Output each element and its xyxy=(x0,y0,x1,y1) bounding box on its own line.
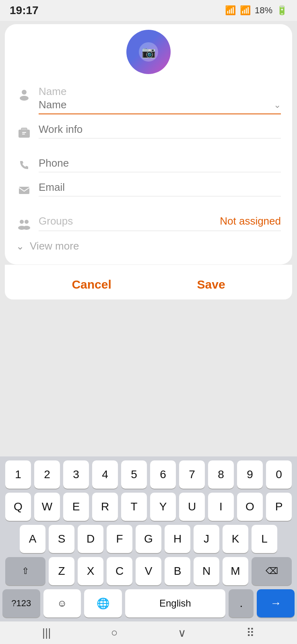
apps-nav-icon[interactable]: ⠿ xyxy=(246,626,255,640)
view-more-row[interactable]: ⌄ View more xyxy=(5,231,292,256)
key-i[interactable]: I xyxy=(208,493,234,521)
status-time: 19:17 xyxy=(10,4,39,17)
groups-row: Groups Not assigned xyxy=(16,208,281,231)
emoji-key[interactable]: ☺ xyxy=(43,589,81,617)
key-d[interactable]: D xyxy=(78,525,103,553)
key-p[interactable]: P xyxy=(266,493,292,521)
home-nav-icon[interactable]: ○ xyxy=(111,626,118,639)
svg-rect-4 xyxy=(22,132,26,133)
action-row: Cancel Save xyxy=(5,264,292,299)
email-icon xyxy=(16,181,32,196)
recent-nav-icon[interactable]: ∨ xyxy=(178,626,186,640)
svg-point-0 xyxy=(22,90,27,95)
name-input[interactable] xyxy=(39,99,274,111)
work-info-input[interactable] xyxy=(39,123,281,136)
key-7[interactable]: 7 xyxy=(179,460,205,489)
avatar-circle[interactable]: 📷 xyxy=(126,30,171,74)
work-info-field[interactable] xyxy=(39,123,281,138)
status-bar: 19:17 📶 📶 18% 🔋 xyxy=(0,0,297,21)
key-o[interactable]: O xyxy=(237,493,263,521)
key-u[interactable]: U xyxy=(179,493,205,521)
camera-icon: 📷 xyxy=(142,45,156,59)
cancel-button[interactable]: Cancel xyxy=(56,274,127,295)
status-icons: 📶 📶 18% 🔋 xyxy=(225,5,287,16)
key-n[interactable]: N xyxy=(194,557,219,585)
form-section: Name ⌄ xyxy=(5,78,292,231)
name-content: Name ⌄ xyxy=(39,85,281,116)
key-j[interactable]: J xyxy=(194,525,219,553)
work-content xyxy=(39,123,281,140)
key-m[interactable]: M xyxy=(223,557,248,585)
phone-input[interactable] xyxy=(39,157,281,169)
key-3[interactable]: 3 xyxy=(63,460,89,489)
key-c[interactable]: C xyxy=(107,557,132,585)
key-f[interactable]: F xyxy=(107,525,132,553)
email-content xyxy=(39,181,281,198)
key-a[interactable]: A xyxy=(20,525,45,553)
person-icon xyxy=(16,85,32,101)
keyboard: 1 2 3 4 5 6 7 8 9 0 Q W E R T Y U I O P … xyxy=(0,456,297,621)
key-w[interactable]: W xyxy=(34,493,60,521)
spacebar-key[interactable]: English xyxy=(125,589,225,617)
key-k[interactable]: K xyxy=(223,525,248,553)
signal-icon: 📶 xyxy=(240,5,251,16)
email-field[interactable] xyxy=(39,181,281,196)
backspace-key[interactable]: ⌫ xyxy=(252,557,292,585)
key-v[interactable]: V xyxy=(136,557,161,585)
keyboard-asdf-row: A S D F G H J K L xyxy=(2,525,295,553)
keyboard-qwerty-row: Q W E R T Y U I O P xyxy=(2,493,295,521)
view-more-chevron-icon: ⌄ xyxy=(16,241,24,252)
camera-button[interactable]: 📷 xyxy=(139,42,158,62)
svg-rect-5 xyxy=(22,134,25,134)
key-1[interactable]: 1 xyxy=(5,460,31,489)
groups-field[interactable]: Groups Not assigned xyxy=(39,215,281,231)
name-label: Name xyxy=(39,85,281,98)
groups-label: Groups xyxy=(39,215,220,227)
key-4[interactable]: 4 xyxy=(92,460,118,489)
key-6[interactable]: 6 xyxy=(150,460,176,489)
back-nav-icon[interactable]: ||| xyxy=(42,626,51,639)
phone-row xyxy=(16,150,281,174)
keyboard-bottom-row: ?123 ☺ 🌐 English . → xyxy=(2,589,295,617)
key-r[interactable]: R xyxy=(92,493,118,521)
groups-icon xyxy=(16,215,32,230)
key-2[interactable]: 2 xyxy=(34,460,60,489)
key-t[interactable]: T xyxy=(121,493,147,521)
svg-rect-3 xyxy=(21,128,27,130)
keyboard-number-row: 1 2 3 4 5 6 7 8 9 0 xyxy=(2,460,295,489)
avatar-area[interactable]: 📷 xyxy=(5,24,292,78)
key-g[interactable]: G xyxy=(136,525,161,553)
battery-level: 18% xyxy=(255,5,272,16)
work-info-row xyxy=(16,116,281,140)
enter-key[interactable]: → xyxy=(257,589,295,617)
groups-value[interactable]: Not assigned xyxy=(220,215,281,227)
chevron-down-icon[interactable]: ⌄ xyxy=(274,100,281,110)
key-y[interactable]: Y xyxy=(150,493,176,521)
key-s[interactable]: S xyxy=(49,525,74,553)
phone-icon xyxy=(16,157,32,172)
work-icon xyxy=(16,123,32,139)
phone-field[interactable] xyxy=(39,157,281,172)
key-h[interactable]: H xyxy=(165,525,190,553)
keyboard-zxcv-row: ⇧ Z X C V B N M ⌫ xyxy=(2,557,295,585)
key-q[interactable]: Q xyxy=(5,493,31,521)
wifi-icon: 📶 xyxy=(225,5,236,16)
key-5[interactable]: 5 xyxy=(121,460,147,489)
globe-key[interactable]: 🌐 xyxy=(84,589,122,617)
period-key[interactable]: . xyxy=(229,589,254,617)
shift-key[interactable]: ⇧ xyxy=(5,557,45,585)
key-l[interactable]: L xyxy=(252,525,277,553)
key-0[interactable]: 0 xyxy=(266,460,292,489)
key-x[interactable]: X xyxy=(78,557,103,585)
symbols-key[interactable]: ?123 xyxy=(2,589,40,617)
save-button[interactable]: Save xyxy=(181,274,241,295)
groups-content: Groups Not assigned xyxy=(39,215,281,231)
key-b[interactable]: B xyxy=(165,557,190,585)
key-9[interactable]: 9 xyxy=(237,460,263,489)
key-z[interactable]: Z xyxy=(49,557,74,585)
key-8[interactable]: 8 xyxy=(208,460,234,489)
contact-form-card: 📷 Name ⌄ xyxy=(5,24,292,264)
email-input[interactable] xyxy=(39,181,281,194)
svg-point-1 xyxy=(20,96,29,101)
key-e[interactable]: E xyxy=(63,493,89,521)
